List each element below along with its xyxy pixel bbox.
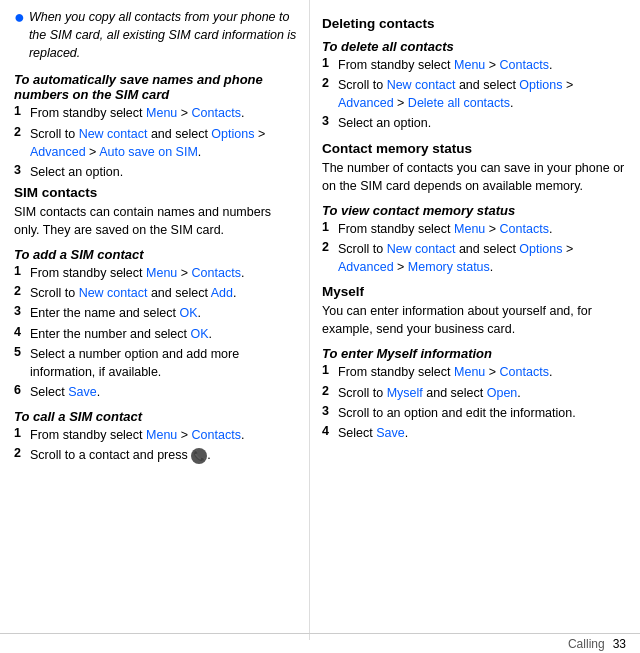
call-icon: 📞: [191, 448, 207, 464]
step-1: 1 From standby select Menu > Contacts.: [14, 104, 297, 122]
menu-link4[interactable]: Menu: [454, 58, 485, 72]
section-call-sim: To call a SIM contact 1 From standby sel…: [14, 409, 297, 464]
delete-all-link[interactable]: Delete all contacts: [408, 96, 510, 110]
footer: Calling 33: [0, 633, 640, 653]
call-sim-title: To call a SIM contact: [14, 409, 297, 424]
section-deleting: Deleting contacts To delete all contacts…: [322, 16, 626, 133]
contacts-link2[interactable]: Contacts: [192, 266, 241, 280]
ok-link1[interactable]: OK: [179, 306, 197, 320]
menu-link5[interactable]: Menu: [454, 222, 485, 236]
section-auto-save: To automatically save names and phone nu…: [14, 72, 297, 181]
contacts-link5[interactable]: Contacts: [500, 222, 549, 236]
add-step-4: 4 Enter the number and select OK.: [14, 325, 297, 343]
add-step-5: 5 Select a number option and add more in…: [14, 345, 297, 381]
new-contact-link4[interactable]: New contact: [387, 242, 456, 256]
menu-link3[interactable]: Menu: [146, 428, 177, 442]
memory-status-heading: Contact memory status: [322, 141, 626, 156]
footer-label: Calling: [568, 637, 605, 651]
memory-status-body: The number of contacts you can save in y…: [322, 159, 626, 195]
em-step-3: 3 Scroll to an option and edit the infor…: [322, 404, 626, 422]
menu-link2[interactable]: Menu: [146, 266, 177, 280]
vm-step-2: 2 Scroll to New contact and select Optio…: [322, 240, 626, 276]
footer-page: 33: [613, 637, 626, 651]
save-link1[interactable]: Save: [68, 385, 97, 399]
em-step-2: 2 Scroll to Myself and select Open.: [322, 384, 626, 402]
options-link[interactable]: Options: [211, 127, 254, 141]
save-link2[interactable]: Save: [376, 426, 405, 440]
left-column: ● When you copy all contacts from your p…: [0, 0, 310, 640]
step-2: 2 Scroll to New contact and select Optio…: [14, 125, 297, 161]
sim-contacts-heading: SIM contacts: [14, 185, 297, 200]
section-add-sim: To add a SIM contact 1 From standby sele…: [14, 247, 297, 401]
del-step-1: 1 From standby select Menu > Contacts.: [322, 56, 626, 74]
section-view-memory: To view contact memory status 1 From sta…: [322, 203, 626, 276]
section-memory-status: Contact memory status The number of cont…: [322, 141, 626, 195]
em-step-1: 1 From standby select Menu > Contacts.: [322, 363, 626, 381]
note-icon: ●: [14, 6, 25, 29]
open-link[interactable]: Open: [487, 386, 518, 400]
auto-save-link[interactable]: Auto save on SIM: [99, 145, 198, 159]
call-step-2: 2 Scroll to a contact and press 📞.: [14, 446, 297, 464]
options-link2[interactable]: Options: [519, 78, 562, 92]
new-contact-link3[interactable]: New contact: [387, 78, 456, 92]
contacts-link4[interactable]: Contacts: [500, 58, 549, 72]
add-step-1: 1 From standby select Menu > Contacts.: [14, 264, 297, 282]
menu-link[interactable]: Menu: [146, 106, 177, 120]
advanced-link3[interactable]: Advanced: [338, 260, 394, 274]
myself-heading: Myself: [322, 284, 626, 299]
contacts-link3[interactable]: Contacts: [192, 428, 241, 442]
section-enter-myself: To enter Myself information 1 From stand…: [322, 346, 626, 442]
add-step-3: 3 Enter the name and select OK.: [14, 304, 297, 322]
right-column: Deleting contacts To delete all contacts…: [310, 0, 640, 640]
ok-link2[interactable]: OK: [191, 327, 209, 341]
view-memory-title: To view contact memory status: [322, 203, 626, 218]
vm-step-1: 1 From standby select Menu > Contacts.: [322, 220, 626, 238]
add-link[interactable]: Add: [211, 286, 233, 300]
enter-myself-title: To enter Myself information: [322, 346, 626, 361]
section-myself: Myself You can enter information about y…: [322, 284, 626, 338]
new-contact-link[interactable]: New contact: [79, 127, 148, 141]
deleting-heading: Deleting contacts: [322, 16, 626, 31]
menu-link6[interactable]: Menu: [454, 365, 485, 379]
add-step-2: 2 Scroll to New contact and select Add.: [14, 284, 297, 302]
add-step-6: 6 Select Save.: [14, 383, 297, 401]
advanced-link[interactable]: Advanced: [30, 145, 86, 159]
myself-body: You can enter information about yourself…: [322, 302, 626, 338]
del-step-3: 3 Select an option.: [322, 114, 626, 132]
new-contact-link2[interactable]: New contact: [79, 286, 148, 300]
del-step-2: 2 Scroll to New contact and select Optio…: [322, 76, 626, 112]
contacts-link[interactable]: Contacts: [192, 106, 241, 120]
options-link3[interactable]: Options: [519, 242, 562, 256]
page-content: ● When you copy all contacts from your p…: [0, 0, 640, 640]
delete-all-title: To delete all contacts: [322, 39, 626, 54]
call-step-1: 1 From standby select Menu > Contacts.: [14, 426, 297, 444]
myself-link[interactable]: Myself: [387, 386, 423, 400]
add-sim-title: To add a SIM contact: [14, 247, 297, 262]
contacts-link6[interactable]: Contacts: [500, 365, 549, 379]
note-block: ● When you copy all contacts from your p…: [14, 8, 297, 62]
memory-status-link[interactable]: Memory status: [408, 260, 490, 274]
advanced-link2[interactable]: Advanced: [338, 96, 394, 110]
step-3: 3 Select an option.: [14, 163, 297, 181]
auto-save-title: To automatically save names and phone nu…: [14, 72, 297, 102]
note-text: When you copy all contacts from your pho…: [29, 8, 297, 62]
em-step-4: 4 Select Save.: [322, 424, 626, 442]
sim-contacts-body: SIM contacts can contain names and numbe…: [14, 203, 297, 239]
